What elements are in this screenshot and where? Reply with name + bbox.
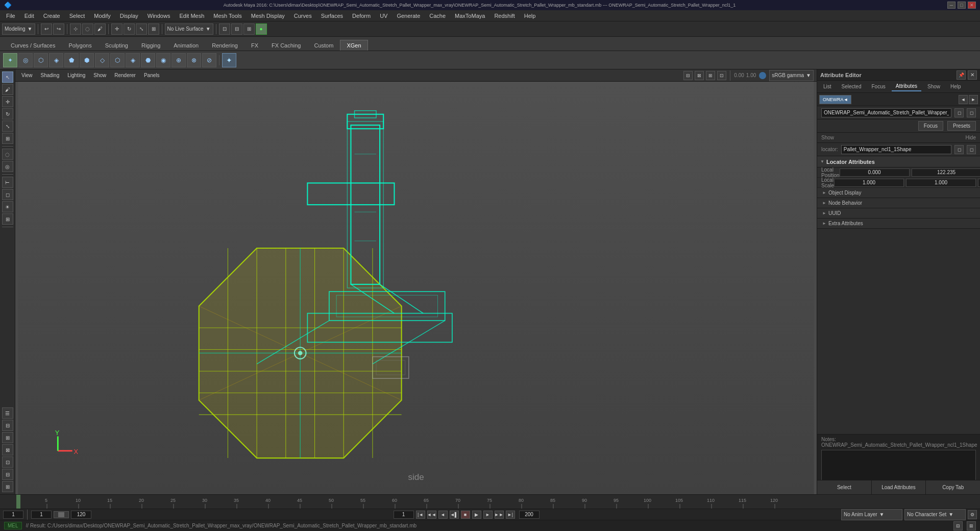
prev-tab-button[interactable]: ◄ — [959, 95, 968, 104]
maximize-button[interactable]: □ — [958, 2, 966, 9]
redo-button[interactable]: ↪ — [53, 23, 64, 35]
undo-button[interactable]: ↩ — [41, 23, 52, 35]
panels-menu[interactable]: Panels — [141, 71, 163, 79]
uuid-section[interactable]: ► UUID — [817, 208, 980, 219]
icon-extra6[interactable]: ⊟ — [2, 469, 13, 480]
close-button[interactable]: ✕ — [968, 2, 976, 9]
shelf-tab-polygons[interactable]: Polygons — [62, 40, 98, 51]
range-start-input[interactable] — [394, 511, 414, 519]
xgen-icon-7[interactable]: ◇ — [95, 53, 109, 67]
render-region[interactable]: ⊡ — [219, 23, 230, 35]
icon-extra2[interactable]: ⊟ — [2, 420, 13, 431]
locator-section-header[interactable]: ▼ Locator Attributes — [817, 156, 980, 167]
xgen-icon-6[interactable]: ⬢ — [80, 53, 94, 67]
live-surface-dropdown[interactable]: No Live Surface ▼ — [165, 23, 213, 35]
status-extra-btn1[interactable]: ⊟ — [953, 521, 963, 530]
vp-ctrl-2[interactable]: ⊠ — [695, 71, 704, 80]
xgen-icon-8[interactable]: ⬡ — [110, 53, 125, 67]
xgen-icon-5[interactable]: ⬟ — [64, 53, 79, 67]
node-behavior-section[interactable]: ► Node Behavior — [817, 198, 980, 208]
attr-tab-list[interactable]: List — [819, 82, 836, 91]
vp-ctrl-4[interactable]: ⊡ — [717, 71, 726, 80]
shelf-tab-sculpting[interactable]: Sculpting — [99, 40, 135, 51]
ipr-render[interactable]: ⊟ — [231, 23, 242, 35]
viewport[interactable]: X Y — [15, 82, 817, 494]
xgen-main-icon[interactable]: ✦ — [222, 53, 236, 67]
show-menu[interactable]: Show — [90, 71, 109, 79]
rotate-tool[interactable]: ↻ — [124, 23, 135, 35]
menu-item-windows[interactable]: Windows — [143, 12, 175, 20]
render-settings[interactable]: ● — [256, 23, 267, 35]
mode-dropdown[interactable]: Modeling ▼ — [2, 23, 35, 35]
move-tool[interactable]: ✛ — [111, 23, 122, 35]
shelf-tab-rigging[interactable]: Rigging — [135, 40, 167, 51]
xgen-icon-1[interactable]: ✦ — [3, 53, 17, 67]
move-left[interactable]: ✛ — [2, 96, 13, 107]
vp-ctrl-1[interactable]: ⊟ — [683, 71, 693, 80]
icon-extra3[interactable]: ⊞ — [2, 432, 13, 443]
rotate-left[interactable]: ↻ — [2, 108, 13, 119]
shelf-tab-animation[interactable]: Animation — [167, 40, 205, 51]
lasso-tool[interactable]: ◌ — [82, 23, 93, 35]
play-begin-btn[interactable]: |◄ — [416, 511, 425, 519]
lasso-left[interactable]: ◌ — [2, 149, 13, 160]
shelf-tab-xgen[interactable]: XGen — [340, 40, 368, 51]
xgen-icon-2[interactable]: ◎ — [18, 53, 33, 67]
menu-item-maxtomaya[interactable]: MaxToMaya — [451, 12, 489, 20]
soft-sel[interactable]: ◎ — [2, 161, 13, 172]
xgen-icon-3[interactable]: ⬡ — [34, 53, 48, 67]
universal-tool[interactable]: ⊞ — [148, 23, 159, 35]
grid-tool[interactable]: ⊞ — [2, 213, 13, 225]
menu-item-deform[interactable]: Deform — [348, 12, 375, 20]
xgen-icon-14[interactable]: ⊘ — [202, 53, 216, 67]
attr-tab-help[interactable]: Help — [946, 82, 965, 91]
local-scale-z[interactable] — [978, 179, 980, 187]
scale-left[interactable]: ⤡ — [2, 120, 13, 132]
menu-item-mesh-display[interactable]: Mesh Display — [247, 12, 289, 20]
light-tool[interactable]: ☀ — [2, 201, 13, 212]
play-back-btn[interactable]: ◄▌ — [450, 511, 459, 519]
menu-item-select[interactable]: Select — [65, 12, 89, 20]
menu-item-mesh-tools[interactable]: Mesh Tools — [209, 12, 246, 20]
shelf-tab-rendering[interactable]: Rendering — [205, 40, 244, 51]
select-button[interactable]: Select — [817, 480, 872, 494]
attr-tab-focus[interactable]: Focus — [867, 82, 889, 91]
play-fwd-btn[interactable]: ▶ — [472, 511, 481, 519]
next-key-btn[interactable]: ►► — [495, 511, 504, 519]
paint-sel[interactable]: 🖌 — [94, 23, 106, 35]
end-frame-input[interactable] — [71, 511, 91, 519]
attr-tab-selected[interactable]: Selected — [838, 82, 866, 91]
presets-button[interactable]: Presets — [947, 121, 976, 131]
timeline[interactable]: 5 10 15 20 25 30 35 40 45 50 55 60 65 — [0, 494, 980, 509]
menu-item-edit-mesh[interactable]: Edit Mesh — [175, 12, 208, 20]
camera-tool[interactable]: ◻ — [2, 189, 13, 200]
load-attributes-button[interactable]: Load Attributes — [872, 480, 926, 494]
xgen-icon-4[interactable]: ◈ — [49, 53, 63, 67]
shelf-tab-custom[interactable]: Custom — [308, 40, 340, 51]
range-end-input[interactable] — [519, 511, 540, 519]
xgen-icon-11[interactable]: ◉ — [156, 53, 170, 67]
icon-extra1[interactable]: ☰ — [2, 407, 13, 419]
menu-item-uv[interactable]: UV — [376, 12, 391, 20]
local-pos-x[interactable] — [840, 168, 910, 177]
icon-extra4[interactable]: ⊠ — [2, 444, 13, 455]
menu-item-display[interactable]: Display — [116, 12, 142, 20]
object-display-section[interactable]: ► Object Display — [817, 188, 980, 198]
menu-item-redshift[interactable]: Redshift — [490, 12, 519, 20]
menu-item-generate[interactable]: Generate — [393, 12, 424, 20]
measure-tool[interactable]: ⊢ — [2, 177, 13, 188]
next-frame-btn[interactable]: ► — [483, 511, 493, 519]
status-extra-btn2[interactable]: ⊞ — [967, 521, 976, 530]
xgen-icon-10[interactable]: ⬣ — [141, 53, 155, 67]
local-scale-x[interactable] — [834, 179, 904, 187]
menu-item-create[interactable]: Create — [39, 12, 64, 20]
vp-ctrl-3[interactable]: ⊞ — [706, 71, 715, 80]
attr-pin-button[interactable]: 📌 — [957, 70, 966, 80]
xgen-icon-13[interactable]: ⊗ — [187, 53, 201, 67]
local-scale-y[interactable] — [906, 179, 976, 187]
start-frame-input[interactable] — [31, 511, 52, 519]
view-menu[interactable]: View — [18, 71, 36, 79]
focus-button[interactable]: Focus — [918, 121, 943, 131]
renderer-menu[interactable]: Renderer — [111, 71, 139, 79]
scale-tool[interactable]: ⤡ — [136, 23, 147, 35]
